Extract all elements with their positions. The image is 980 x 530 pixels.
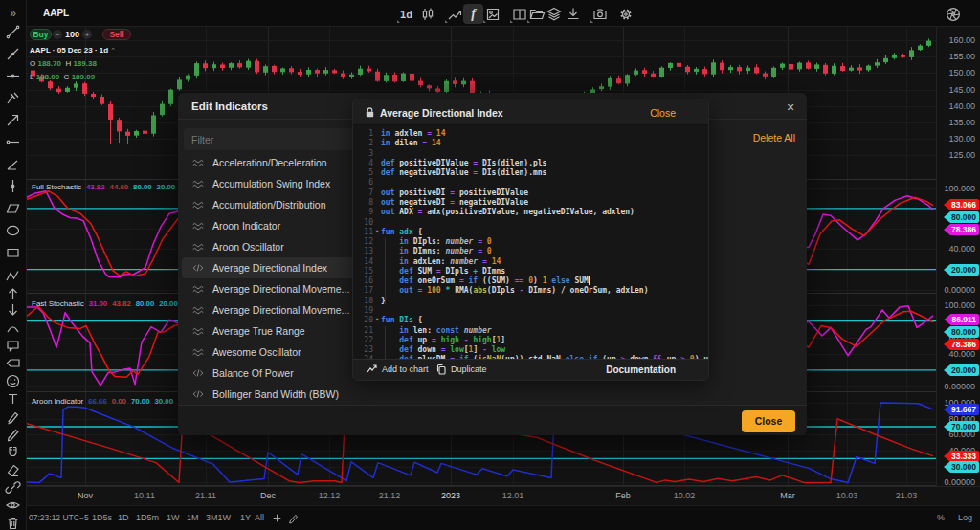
price-label: 40.000: [948, 349, 975, 359]
quantity-value[interactable]: 100: [65, 30, 79, 39]
log-scale-toggle[interactable]: Log: [958, 513, 972, 522]
add-to-chart-button[interactable]: Add to chart: [367, 364, 429, 375]
arc-tool[interactable]: [2, 319, 24, 337]
parallelogram-tool[interactable]: [2, 199, 24, 217]
range-1Y[interactable]: 1Y: [240, 513, 251, 522]
indicator-templates-button[interactable]: [482, 4, 502, 24]
arrow-down-tool[interactable]: [2, 301, 24, 320]
quantity-decrease-button[interactable]: −: [53, 30, 62, 39]
indicators-button[interactable]: f: [463, 4, 483, 24]
range-1D5s[interactable]: 1D5s: [92, 513, 112, 522]
indicator-item[interactable]: Accumulation/Distribution: [182, 194, 375, 215]
parallelogram-icon: [5, 200, 21, 216]
duplicate-button[interactable]: Duplicate: [435, 364, 487, 375]
eraser-tool[interactable]: [2, 460, 24, 478]
price-badge: 70.000: [944, 421, 979, 432]
code-line-13: 13 in DImns: number = 0: [353, 247, 708, 256]
range-1M[interactable]: 1M: [187, 513, 199, 522]
arrow-marker-tool[interactable]: [2, 111, 24, 129]
emoji-tool[interactable]: [2, 372, 24, 390]
pitchfork-tool[interactable]: [2, 89, 24, 107]
indicator-item[interactable]: Aroon Indicator: [182, 215, 375, 236]
symbol-name[interactable]: AAPL: [43, 8, 69, 18]
pattern-tool[interactable]: [2, 267, 24, 285]
layers-button[interactable]: [544, 4, 564, 24]
price-note-tool[interactable]: [2, 354, 24, 372]
buy-button[interactable]: Buy: [30, 29, 52, 40]
fullscreen-button[interactable]: [943, 4, 963, 24]
show-hide-tool[interactable]: [2, 496, 24, 514]
delete-all-button[interactable]: Delete All: [753, 132, 795, 144]
comment-tool[interactable]: [2, 337, 24, 355]
image-icon: [484, 6, 501, 23]
camera-icon: [591, 6, 609, 23]
range-3M1W[interactable]: 3M1W: [206, 513, 231, 522]
price-axis[interactable]: 160.00155.00150.00145.00140.00135.00130.…: [936, 27, 980, 486]
script-source[interactable]: 1in adxlen = 142in dilen = 1434def posit…: [353, 125, 708, 361]
indicator-item[interactable]: Awesome Oscillator: [182, 342, 375, 363]
time-axis[interactable]: Nov10.1121.11Dec12.1221.12202312.01Feb10…: [27, 486, 980, 505]
emoji-icon: [5, 373, 21, 389]
chart-type-button[interactable]: [417, 4, 437, 24]
ellipse-tool[interactable]: [2, 221, 24, 239]
documentation-link[interactable]: Documentation: [606, 364, 676, 375]
code-line-4: 4def positiveDIValue = DIs(dilen).pls: [353, 159, 708, 168]
magnet-tool[interactable]: [2, 443, 24, 461]
snapshot-button[interactable]: [590, 4, 610, 24]
indicator-item[interactable]: Average Directional Moveme...: [182, 299, 375, 320]
indicator-item[interactable]: Average Directional Moveme...: [182, 278, 375, 299]
close-button[interactable]: Close: [742, 410, 795, 432]
horizontal-line-tool[interactable]: [2, 67, 24, 85]
range-All[interactable]: All: [255, 513, 264, 522]
script-icon: [191, 387, 205, 401]
indicator-item[interactable]: Average True Range: [182, 320, 375, 342]
export-button[interactable]: [563, 4, 583, 24]
script-title: Average Directional Index: [380, 107, 503, 119]
link-tool[interactable]: [2, 478, 24, 497]
indicator-item[interactable]: Average Directional Index: [182, 257, 375, 278]
fast-stochastic-legend[interactable]: Fast Stochastic31.0043.8280.0020.00: [32, 299, 178, 308]
indicator-item[interactable]: Aroon Oscillator: [182, 236, 375, 257]
chevron-up-icon[interactable]: ⌃: [110, 47, 116, 54]
info-line-tool[interactable]: [2, 45, 24, 63]
pencil-tool[interactable]: [2, 425, 24, 443]
trend-angle-tool[interactable]: [2, 155, 24, 173]
horizontal-ray-tool[interactable]: [2, 133, 24, 151]
timeframe-button[interactable]: 1d: [396, 4, 416, 24]
aroon-indicator-legend[interactable]: Aroon Indicator66.660.0070.0030.00: [32, 397, 173, 406]
rectangle-tool[interactable]: [2, 243, 24, 261]
info-line-icon: [5, 46, 21, 62]
indicator-item[interactable]: Acceleration/Deceleration: [182, 152, 375, 173]
filter-input[interactable]: [184, 128, 373, 150]
trend-line-tool[interactable]: [2, 23, 24, 41]
clock[interactable]: 07:23:12 UTC−5: [29, 513, 89, 522]
remove-drawings-tool[interactable]: [2, 514, 24, 530]
indicator-item[interactable]: Bollinger Band Width (BBW): [182, 384, 375, 405]
symbol-legend[interactable]: AAPL · 05 Dec 23 · 1d ⌃: [30, 46, 116, 55]
legend-value: 20.00: [157, 183, 176, 191]
indicator-item[interactable]: Accumulation Swing Index: [182, 173, 375, 194]
price-label: 150.00: [948, 68, 975, 77]
add-range-button[interactable]: [271, 512, 283, 526]
text-tool[interactable]: [2, 389, 24, 408]
brush-tool[interactable]: [2, 408, 24, 426]
sell-button[interactable]: Sell: [102, 29, 131, 40]
range-1D[interactable]: 1D: [118, 513, 129, 522]
arrow-up-tool[interactable]: [2, 284, 24, 302]
vertical-line-tool[interactable]: [2, 177, 24, 195]
range-1W[interactable]: 1W: [167, 513, 180, 522]
close-icon[interactable]: ✕: [782, 99, 799, 116]
script-close-link[interactable]: Close: [650, 107, 676, 119]
time-label: Dec: [260, 491, 276, 500]
legend-value: 80.00: [136, 299, 155, 308]
indicator-item[interactable]: Balance Of Power: [182, 363, 375, 384]
full-stochastic-legend[interactable]: Full Stochastic43.8244.6080.0020.00: [32, 183, 175, 191]
quantity-increase-button[interactable]: +: [82, 30, 92, 39]
code-line-9: 9out ADX = adx(positiveDIValue, negative…: [353, 208, 708, 217]
compare-button[interactable]: [444, 4, 464, 24]
percent-scale-toggle[interactable]: %: [937, 513, 945, 522]
range-1D5m[interactable]: 1D5m: [136, 513, 159, 522]
collapse-sidebar-icon[interactable]: »: [0, 3, 26, 24]
edit-ranges-button[interactable]: [287, 512, 300, 526]
chart-settings-button[interactable]: [615, 4, 635, 24]
